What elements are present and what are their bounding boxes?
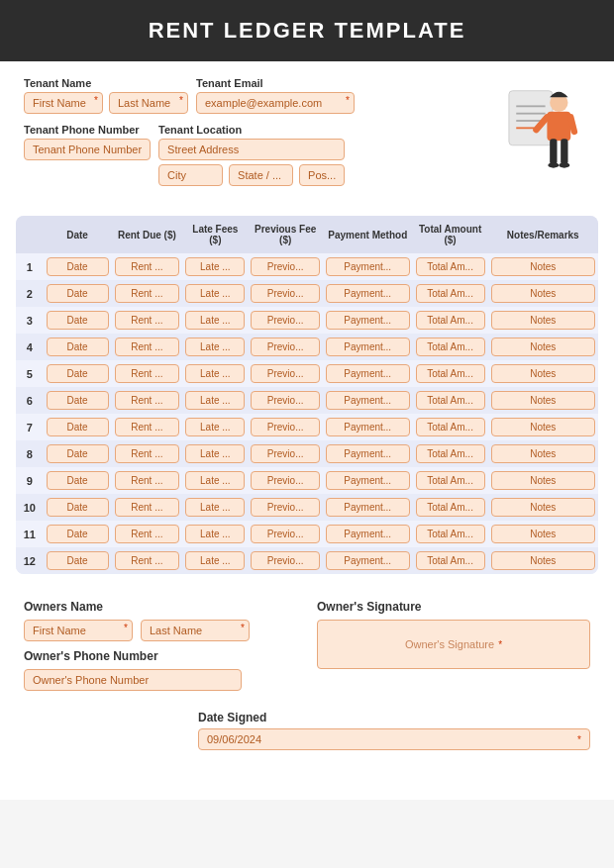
city-input[interactable]: City <box>158 164 223 186</box>
total-input-4[interactable]: Total Am... <box>416 364 485 383</box>
date-input-6[interactable]: Date <box>47 418 109 436</box>
prev-input-0[interactable]: Previo... <box>251 257 319 276</box>
total-input-9[interactable]: Total Am... <box>416 498 485 517</box>
late-input-6[interactable]: Late ... <box>185 418 245 436</box>
notes-input-4[interactable]: Notes <box>491 364 596 383</box>
date-input-11[interactable]: Date <box>47 551 109 570</box>
state-wrap: State / ... <box>229 164 293 186</box>
late-input-5[interactable]: Late ... <box>185 391 245 410</box>
total-input-8[interactable]: Total Am... <box>416 471 485 490</box>
required-star: * <box>94 95 98 106</box>
notes-input-7[interactable]: Notes <box>491 444 596 463</box>
prev-input-6[interactable]: Previo... <box>251 418 319 436</box>
th-rent: Rent Due ($) <box>112 216 183 253</box>
total-input-1[interactable]: Total Am... <box>416 284 485 303</box>
notes-input-11[interactable]: Notes <box>491 551 596 570</box>
pay-input-3[interactable]: Payment... <box>326 338 410 356</box>
pay-input-5[interactable]: Payment... <box>326 391 410 410</box>
rent-input-10[interactable]: Rent ... <box>115 525 180 543</box>
rent-input-7[interactable]: Rent ... <box>115 444 180 463</box>
tenant-phone-input[interactable]: Tenant Phone Number <box>24 139 151 160</box>
prev-input-1[interactable]: Previo... <box>251 284 319 303</box>
notes-input-6[interactable]: Notes <box>491 418 596 436</box>
late-input-0[interactable]: Late ... <box>185 257 245 276</box>
prev-input-4[interactable]: Previo... <box>251 364 319 383</box>
owner-phone-input[interactable]: Owner's Phone Number <box>24 669 242 691</box>
pay-input-6[interactable]: Payment... <box>326 418 410 436</box>
date-input-8[interactable]: Date <box>47 471 109 490</box>
street-input[interactable]: Street Address <box>158 139 345 160</box>
rent-input-0[interactable]: Rent ... <box>115 257 180 276</box>
late-input-1[interactable]: Late ... <box>185 284 245 303</box>
date-input-10[interactable]: Date <box>47 525 109 543</box>
notes-input-10[interactable]: Notes <box>491 525 596 543</box>
rent-input-1[interactable]: Rent ... <box>115 284 180 303</box>
prev-input-5[interactable]: Previo... <box>251 391 319 410</box>
late-input-7[interactable]: Late ... <box>185 444 245 463</box>
notes-input-3[interactable]: Notes <box>491 338 596 356</box>
tenant-last-name-input[interactable]: Last Name * <box>109 92 188 114</box>
pay-input-9[interactable]: Payment... <box>326 498 410 517</box>
total-input-11[interactable]: Total Am... <box>416 551 485 570</box>
date-input-2[interactable]: Date <box>47 311 109 330</box>
late-input-10[interactable]: Late ... <box>185 525 245 543</box>
late-input-8[interactable]: Late ... <box>185 471 245 490</box>
date-input-4[interactable]: Date <box>47 364 109 383</box>
date-input-9[interactable]: Date <box>47 498 109 517</box>
rent-input-9[interactable]: Rent ... <box>115 498 180 517</box>
prev-input-11[interactable]: Previo... <box>251 551 319 570</box>
date-input-7[interactable]: Date <box>47 444 109 463</box>
date-signed-input[interactable]: 09/06/2024 * <box>198 728 590 750</box>
owner-signature-input[interactable]: Owner's Signature * <box>317 620 590 669</box>
total-input-7[interactable]: Total Am... <box>416 444 485 463</box>
pay-input-8[interactable]: Payment... <box>326 471 410 490</box>
rent-input-8[interactable]: Rent ... <box>115 471 180 490</box>
prev-input-8[interactable]: Previo... <box>251 471 319 490</box>
late-input-2[interactable]: Late ... <box>185 311 245 330</box>
tenant-email-input[interactable]: example@example.com * <box>196 92 355 114</box>
notes-input-2[interactable]: Notes <box>491 311 596 330</box>
prev-input-3[interactable]: Previo... <box>251 338 319 356</box>
prev-input-9[interactable]: Previo... <box>251 498 319 517</box>
date-input-5[interactable]: Date <box>47 391 109 410</box>
rent-input-2[interactable]: Rent ... <box>115 311 180 330</box>
rent-input-6[interactable]: Rent ... <box>115 418 180 436</box>
pay-input-11[interactable]: Payment... <box>326 551 410 570</box>
rent-input-4[interactable]: Rent ... <box>115 364 180 383</box>
state-input[interactable]: State / ... <box>229 164 293 186</box>
rent-input-3[interactable]: Rent ... <box>115 338 180 356</box>
late-input-4[interactable]: Late ... <box>185 364 245 383</box>
total-input-10[interactable]: Total Am... <box>416 525 485 543</box>
pay-input-10[interactable]: Payment... <box>326 525 410 543</box>
rent-input-11[interactable]: Rent ... <box>115 551 180 570</box>
postal-input[interactable]: Pos... <box>299 164 345 186</box>
notes-input-0[interactable]: Notes <box>491 257 596 276</box>
date-input-0[interactable]: Date <box>47 257 109 276</box>
notes-input-5[interactable]: Notes <box>491 391 596 410</box>
prev-input-2[interactable]: Previo... <box>251 311 319 330</box>
notes-input-9[interactable]: Notes <box>491 498 596 517</box>
late-input-11[interactable]: Late ... <box>185 551 245 570</box>
total-input-6[interactable]: Total Am... <box>416 418 485 436</box>
prev-input-10[interactable]: Previo... <box>251 525 319 543</box>
owner-last-name-input[interactable]: Last Name * <box>141 620 250 641</box>
total-input-3[interactable]: Total Am... <box>416 338 485 356</box>
pay-input-0[interactable]: Payment... <box>326 257 410 276</box>
pay-input-2[interactable]: Payment... <box>326 311 410 330</box>
total-input-0[interactable]: Total Am... <box>416 257 485 276</box>
total-input-2[interactable]: Total Am... <box>416 311 485 330</box>
notes-input-8[interactable]: Notes <box>491 471 596 490</box>
late-input-3[interactable]: Late ... <box>185 338 245 356</box>
pay-input-1[interactable]: Payment... <box>326 284 410 303</box>
pay-input-7[interactable]: Payment... <box>326 444 410 463</box>
pay-input-4[interactable]: Payment... <box>326 364 410 383</box>
date-input-1[interactable]: Date <box>47 284 109 303</box>
rent-input-5[interactable]: Rent ... <box>115 391 180 410</box>
late-input-9[interactable]: Late ... <box>185 498 245 517</box>
owner-first-name-input[interactable]: First Name * <box>24 620 133 641</box>
prev-input-7[interactable]: Previo... <box>251 444 319 463</box>
tenant-first-name-input[interactable]: First Name * <box>24 92 103 114</box>
total-input-5[interactable]: Total Am... <box>416 391 485 410</box>
date-input-3[interactable]: Date <box>47 338 109 356</box>
notes-input-1[interactable]: Notes <box>491 284 596 303</box>
